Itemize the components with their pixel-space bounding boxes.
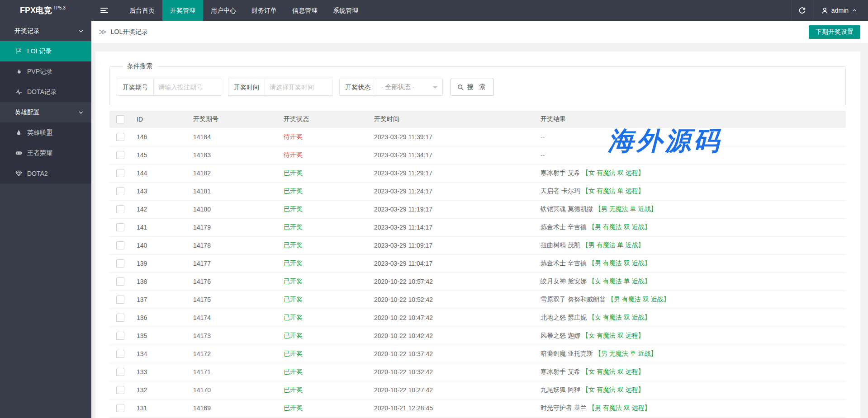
row-checkbox[interactable] <box>116 133 124 141</box>
sidebar-group-draw-records[interactable]: 开奖记录 <box>0 21 91 41</box>
sidebar-item-label: DOTA2 <box>27 170 48 177</box>
issue-label: 开奖期号 <box>117 79 153 96</box>
cell-time: 2020-10-22 10:47:42 <box>369 309 535 327</box>
top-menu: 后台首页 开奖管理 用户中心 财务订单 信息管理 系统管理 <box>122 0 366 21</box>
status-badge: 已开奖 <box>284 296 303 303</box>
nav-item-system-manage[interactable]: 系统管理 <box>325 0 366 21</box>
status-badge: 已开奖 <box>284 368 303 375</box>
result-attributes: 【男 有魔法 双 远程】 <box>588 404 651 411</box>
cell-issue: 14178 <box>188 236 278 254</box>
result-hero: 暗裔剑魔 亚托克斯 <box>541 350 593 357</box>
status-badge: 已开奖 <box>284 241 303 249</box>
cell-issue: 14174 <box>188 309 278 327</box>
cell-time: 2023-03-29 11:34:17 <box>369 146 535 164</box>
result-attributes: 【男 无魔法 单 近战】 <box>595 350 657 357</box>
row-checkbox[interactable] <box>116 296 124 304</box>
cell-issue: 14169 <box>188 399 278 417</box>
row-checkbox[interactable] <box>116 350 124 358</box>
sidebar-item-wzry-heroes[interactable]: 王者荣耀 <box>0 143 91 163</box>
cell-time: 2020-10-21 12:28:45 <box>369 399 535 417</box>
cell-id: 131 <box>131 399 188 417</box>
row-checkbox[interactable] <box>116 241 124 249</box>
row-checkbox[interactable] <box>116 277 124 286</box>
status-select[interactable]: - 全部状态 - <box>376 79 443 96</box>
top-navbar: FPX电竞 TP5.3 后台首页 开奖管理 用户中心 财务订单 信息管理 系统管… <box>0 0 868 21</box>
brand-logo: FPX电竞 TP5.3 <box>0 0 91 21</box>
status-badge: 已开奖 <box>284 277 303 285</box>
issue-filter: 开奖期号 <box>117 79 221 96</box>
cell-id: 146 <box>131 128 188 146</box>
cell-issue: 14182 <box>188 164 278 182</box>
refresh-button[interactable] <box>791 0 813 21</box>
chevron-up-icon <box>852 8 857 13</box>
refresh-icon <box>798 7 806 14</box>
sidebar-group-label: 英雄配置 <box>14 108 40 117</box>
col-header-status: 开奖状态 <box>278 111 369 128</box>
draw-time-input[interactable] <box>265 79 332 96</box>
cell-issue: 14181 <box>188 182 278 200</box>
sidebar-item-pvp-records[interactable]: PVP记录 <box>0 61 91 82</box>
cell-issue: 14183 <box>188 146 278 164</box>
nav-item-info-manage[interactable]: 信息管理 <box>285 0 325 21</box>
cell-id: 144 <box>131 164 188 182</box>
status-badge: 待开奖 <box>284 151 303 158</box>
sidebar-item-label: PVP记录 <box>27 68 52 76</box>
cell-time: 2020-10-22 10:27:42 <box>369 381 535 399</box>
cell-time: 2020-10-22 10:42:42 <box>369 327 535 345</box>
user-menu[interactable]: admin <box>813 0 868 21</box>
cell-issue: 14175 <box>188 291 278 309</box>
nav-item-finance-orders[interactable]: 财务订单 <box>244 0 285 21</box>
row-checkbox[interactable] <box>116 169 124 177</box>
row-checkbox[interactable] <box>116 386 124 394</box>
cell-time: 2023-03-29 11:24:17 <box>369 182 535 200</box>
row-checkbox[interactable] <box>116 368 124 376</box>
sidebar-group-label: 开奖记录 <box>14 27 40 35</box>
nav-item-dashboard[interactable]: 后台首页 <box>122 0 162 21</box>
select-all-checkbox[interactable] <box>116 115 124 123</box>
row-checkbox[interactable] <box>116 223 124 231</box>
cell-result: 炼金术士 辛吉德【男 有魔法 双 近战】 <box>535 218 846 236</box>
search-button[interactable]: 搜 索 <box>451 79 494 96</box>
table-body: 146 14184 待开奖 2023-03-29 11:39:17 -- 145… <box>109 128 846 418</box>
sidebar-item-dota-records[interactable]: DOTA记录 <box>0 82 91 102</box>
table-row: 141 14179 已开奖 2023-03-29 11:14:17 炼金术士 辛… <box>109 218 846 236</box>
sidebar-item-lol-records[interactable]: LOL记录 <box>0 41 91 61</box>
result-hero: 扭曲树精 茂凯 <box>541 241 580 249</box>
table-row: 136 14174 已开奖 2020-10-22 10:47:42 北地之怒 瑟… <box>109 309 846 327</box>
row-checkbox[interactable] <box>116 205 124 213</box>
nav-item-user-center[interactable]: 用户中心 <box>203 0 244 21</box>
row-checkbox[interactable] <box>116 314 124 322</box>
cell-id: 139 <box>131 254 188 272</box>
result-hero: 天启者 卡尔玛 <box>541 187 580 194</box>
table-row: 134 14172 已开奖 2020-10-22 10:37:42 暗裔剑魔 亚… <box>109 345 846 363</box>
cell-result: -- <box>535 146 846 164</box>
table-row: 131 14169 已开奖 2020-10-21 12:28:45 时光守护者 … <box>109 399 846 417</box>
status-badge: 已开奖 <box>284 205 303 212</box>
row-checkbox[interactable] <box>116 332 124 340</box>
cell-result: 皎月女神 黛安娜【女 有魔法 单 近战】 <box>535 272 846 291</box>
result-attributes: 【男 无魔法 单 近战】 <box>595 205 657 212</box>
result-hero: 九尾妖狐 阿狸 <box>541 386 580 393</box>
row-checkbox[interactable] <box>116 259 124 268</box>
row-checkbox[interactable] <box>116 404 124 412</box>
row-checkbox[interactable] <box>116 187 124 195</box>
row-checkbox[interactable] <box>116 151 124 159</box>
cell-id: 142 <box>131 200 188 218</box>
table-row: 135 14173 已开奖 2020-10-22 10:42:42 风暴之怒 迦… <box>109 327 846 345</box>
result-attributes: 【女 有魔法 单 近战】 <box>588 277 651 285</box>
table-row: 137 14175 已开奖 2020-10-22 10:52:42 雪原双子 努… <box>109 291 846 309</box>
cell-time: 2020-10-22 10:52:42 <box>369 291 535 309</box>
col-header-issue: 开奖期号 <box>188 111 278 128</box>
sidebar-group-hero-config[interactable]: 英雄配置 <box>0 102 91 122</box>
sidebar-item-dota2-heroes[interactable]: DOTA2 <box>0 163 91 183</box>
sidebar-item-lol-heroes[interactable]: 英雄联盟 <box>0 122 91 143</box>
time-filter: 开奖时间 <box>228 79 332 96</box>
cell-id: 136 <box>131 309 188 327</box>
cell-issue: 14170 <box>188 381 278 399</box>
nav-item-lottery-manage[interactable]: 开奖管理 <box>162 0 203 21</box>
issue-input[interactable] <box>153 79 221 96</box>
next-draw-settings-button[interactable]: 下期开奖设置 <box>809 25 860 39</box>
pulse-icon <box>15 89 22 95</box>
result-attributes: 【男 有魔法 双 近战】 <box>588 223 651 230</box>
menu-collapse-icon[interactable] <box>100 0 108 21</box>
